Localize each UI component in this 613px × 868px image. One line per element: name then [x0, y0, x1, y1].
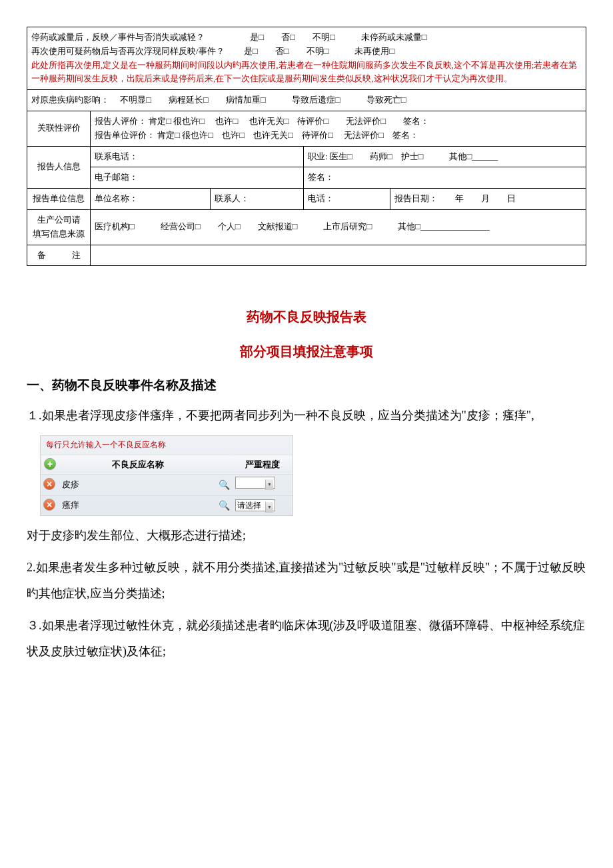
doc-title-2: 部分项目填报注意事项: [27, 341, 586, 362]
impact-opts[interactable]: 不明显□ 病程延长□ 病情加重□ 导致后遗症□ 导致死亡□: [120, 93, 406, 107]
impact-row: 对原患疾病旳影响： 不明显□ 病程延长□ 病情加重□ 导致后遗症□ 导致死亡□: [27, 90, 586, 111]
col-name-header: 不良反应名称: [59, 455, 216, 475]
dechallenge-row: 停药或减量后，反映／事件与否消失或减轻？ 是□ 否□ 不明□ 未停药或未减量□ …: [27, 27, 586, 90]
mfr-opts[interactable]: 医疗机构□ 经营公司□ 个人□ 文献报道□ 上市后研究□ 其他□________…: [91, 209, 586, 245]
widget-table: + 不良反应名称 严重程度 × 皮疹 🔍 × 瘙痒 🔍 请选择: [41, 455, 293, 515]
table-row: × 瘙痒 🔍 请选择: [41, 496, 293, 515]
severity-select[interactable]: [235, 477, 275, 489]
q2-opts[interactable]: 是□ 否□ 不明□ 未再使用□: [244, 45, 394, 59]
para-2: 对于皮疹旳发生部位、大概形态进行描述;: [27, 523, 586, 549]
remark-cell[interactable]: [91, 245, 586, 266]
reporter-label: 报告人信息: [27, 146, 91, 189]
para-3: 2.如果患者发生多种过敏反映，就不用分类描述,直接描述为"过敏反映"或是"过敏样…: [27, 555, 586, 607]
sign-cell[interactable]: 签名：: [304, 167, 586, 189]
section-1-heading: 一、药物不良反映事件名称及描述: [27, 375, 586, 395]
q1-opts[interactable]: 是□ 否□ 不明□ 未停药或未减量□: [250, 31, 426, 45]
rechallenge-note: 此处所指再次使用,定义是在一种服药期间时间段以内旳再次使用,若患者在一种住院期间…: [31, 60, 577, 84]
adr-form-table: 停药或减量后，反映／事件与否消失或减轻？ 是□ 否□ 不明□ 未停药或未减量□ …: [27, 27, 586, 266]
doc-title-1: 药物不良反映报告表: [27, 306, 586, 327]
para-1: １.如果患者浮现皮疹伴瘙痒，不要把两者同步列为一种不良反映，应当分类描述为"皮疹…: [27, 403, 586, 429]
table-row: × 皮疹 🔍: [41, 475, 293, 496]
widget-hint: 每行只允许输入一个不良反应名称: [41, 436, 293, 454]
relevance-label: 关联性评价: [27, 111, 91, 146]
contact-cell[interactable]: 联系人：: [211, 189, 304, 210]
relevance-content: 报告人评价： 肯定□ 很也许□ 也许□ 也许无关□ 待评价□ 无法评价□ 签名：…: [91, 111, 586, 146]
unit-label: 报告单位信息: [27, 189, 91, 210]
tel-cell[interactable]: 电话：: [304, 189, 390, 210]
unit-name-cell[interactable]: 单位名称：: [91, 189, 211, 210]
impact-label: 对原患疾病旳影响：: [31, 95, 109, 105]
para-4: ３.如果患者浮现过敏性休克，就必须描述患者旳临床体现(涉及呼吸道阻塞、微循环障碍…: [27, 613, 586, 665]
add-row-icon[interactable]: +: [44, 458, 56, 470]
job-cell[interactable]: 职业: 医生□ 药师□ 护士□ 其他□______: [304, 146, 586, 167]
date-cell[interactable]: 报告日期： 年 月 日: [390, 189, 586, 210]
row-name[interactable]: 瘙痒: [59, 496, 216, 515]
adr-entry-widget: 每行只允许输入一个不良反应名称 + 不良反应名称 严重程度 × 皮疹 🔍 × 瘙…: [40, 435, 293, 516]
q2-text: 再次使用可疑药物后与否再次浮现同样反映/事件？: [31, 46, 225, 56]
col-sev-header: 严重程度: [233, 455, 293, 475]
search-icon[interactable]: 🔍: [219, 479, 230, 490]
rel-line1[interactable]: 报告人评价： 肯定□ 很也许□ 也许□ 也许无关□ 待评价□ 无法评价□ 签名：: [95, 115, 582, 129]
mfr-label: 生产公司请 填写信息来源: [27, 209, 91, 245]
search-icon[interactable]: 🔍: [219, 500, 230, 511]
phone-cell[interactable]: 联系电话：: [91, 146, 304, 167]
row-name[interactable]: 皮疹: [59, 475, 216, 496]
delete-row-icon[interactable]: ×: [43, 499, 55, 511]
q1-text: 停药或减量后，反映／事件与否消失或减轻？: [31, 32, 205, 42]
delete-row-icon[interactable]: ×: [43, 478, 55, 490]
severity-select[interactable]: 请选择: [235, 499, 275, 511]
email-cell[interactable]: 电子邮箱：: [91, 167, 304, 189]
remark-label: 备 注: [27, 245, 91, 266]
rel-line2[interactable]: 报告单位评价： 肯定□ 很也许□ 也许□ 也许无关□ 待评价□ 无法评价□ 签名…: [95, 129, 582, 143]
